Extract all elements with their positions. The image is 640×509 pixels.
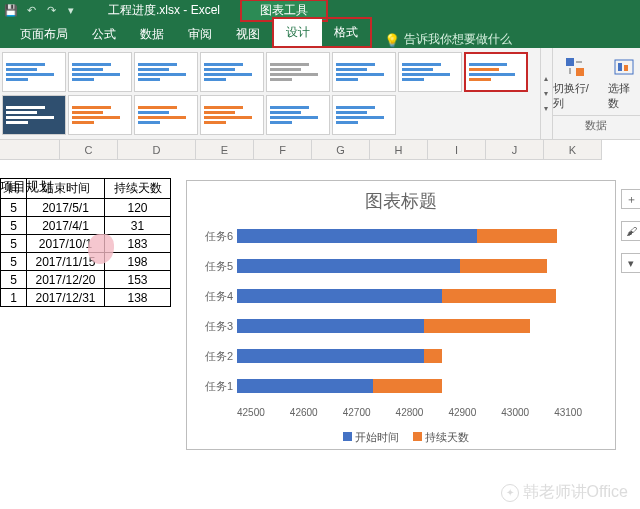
- chart-style-thumb[interactable]: [200, 95, 264, 135]
- col-header[interactable]: J: [486, 140, 544, 160]
- svg-rect-1: [576, 68, 584, 76]
- chart-category-label: 任务2: [187, 349, 233, 364]
- chart-x-axis: 42500426004270042800429004300043100: [237, 407, 582, 418]
- chart-bar-segment-duration[interactable]: [373, 379, 442, 393]
- col-header[interactable]: G: [312, 140, 370, 160]
- chart-bar-segment-duration[interactable]: [424, 349, 442, 363]
- redo-icon[interactable]: ↷: [44, 3, 58, 17]
- lightbulb-icon: 💡: [384, 33, 400, 48]
- plan-title-cell[interactable]: 项目规划: [0, 178, 72, 196]
- chart-bar-segment-start[interactable]: [237, 259, 460, 273]
- tab-review[interactable]: 审阅: [176, 21, 224, 48]
- svg-rect-3: [618, 63, 622, 71]
- chart-style-thumb-selected[interactable]: [464, 52, 528, 92]
- tab-design[interactable]: 设计: [274, 19, 322, 46]
- chart-bar-segment-duration[interactable]: [477, 229, 556, 243]
- col-header[interactable]: I: [428, 140, 486, 160]
- tell-me-field[interactable]: 告诉我你想要做什么: [404, 31, 512, 48]
- table-row: 52017/10/1183: [1, 235, 171, 253]
- switch-row-col-button[interactable]: 切换行/列: [553, 55, 598, 111]
- chart-style-thumb[interactable]: [2, 95, 66, 135]
- tab-data[interactable]: 数据: [128, 21, 176, 48]
- window-title: 工程进度.xlsx - Excel: [108, 2, 220, 19]
- chart-style-thumb[interactable]: [332, 52, 396, 92]
- col-header[interactable]: F: [254, 140, 312, 160]
- column-headers[interactable]: C D E F G H I J K: [0, 140, 640, 160]
- qat-more-icon[interactable]: ▾: [64, 3, 78, 17]
- col-header[interactable]: H: [370, 140, 428, 160]
- svg-rect-4: [624, 65, 628, 71]
- tab-view[interactable]: 视图: [224, 21, 272, 48]
- select-data-label: 选择数: [608, 81, 640, 111]
- chart-category-label: 任务4: [187, 289, 233, 304]
- embedded-chart[interactable]: 图表标题 42500426004270042800429004300043100…: [186, 180, 616, 450]
- chart-bar-segment-duration[interactable]: [424, 319, 529, 333]
- ribbon-group-label: 数据: [553, 115, 640, 133]
- chart-category-label: 任务3: [187, 319, 233, 334]
- chart-plot-area[interactable]: [237, 223, 582, 403]
- chart-style-thumb[interactable]: [266, 52, 330, 92]
- chart-side-buttons: ＋ 🖌 ▾: [621, 189, 640, 273]
- chart-styles-button[interactable]: 🖌: [621, 221, 640, 241]
- chart-style-thumb[interactable]: [332, 95, 396, 135]
- table-row: 52017/11/15198: [1, 253, 171, 271]
- svg-rect-0: [566, 58, 574, 66]
- quick-access-toolbar: 💾 ↶ ↷ ▾: [4, 3, 78, 17]
- chart-styles-gallery: [0, 48, 540, 139]
- contextual-tabs-highlight: 设计 格式: [272, 17, 372, 48]
- chart-bar-segment-start[interactable]: [237, 319, 424, 333]
- table-row: 52017/5/1120: [1, 199, 171, 217]
- chart-legend[interactable]: 开始时间 持续天数: [187, 430, 615, 445]
- chart-style-thumb[interactable]: [200, 52, 264, 92]
- legend-swatch-icon: [413, 432, 422, 441]
- chart-style-thumb[interactable]: [398, 52, 462, 92]
- chart-bar-segment-duration[interactable]: [460, 259, 548, 273]
- chart-category-label: 任务6: [187, 229, 233, 244]
- chart-style-thumb[interactable]: [68, 95, 132, 135]
- table-row: 52017/4/131: [1, 217, 171, 235]
- table-header-days[interactable]: 持续天数: [105, 179, 171, 199]
- gallery-more-handle[interactable]: ▴▾▾: [540, 48, 552, 139]
- legend-swatch-icon: [343, 432, 352, 441]
- ribbon-tabs: 页面布局 公式 数据 审阅 视图 设计 格式 💡 告诉我你想要做什么: [0, 20, 640, 48]
- chart-bar-segment-start[interactable]: [237, 289, 442, 303]
- switch-label: 切换行/列: [553, 81, 598, 111]
- chart-bar-segment-start[interactable]: [237, 379, 373, 393]
- chart-bar-segment-start[interactable]: [237, 349, 424, 363]
- col-header[interactable]: E: [196, 140, 254, 160]
- tab-page-layout[interactable]: 页面布局: [8, 21, 80, 48]
- chart-elements-button[interactable]: ＋: [621, 189, 640, 209]
- chart-style-thumb[interactable]: [266, 95, 330, 135]
- project-table[interactable]: 间 结束时间 持续天数 52017/5/1120 52017/4/131 520…: [0, 178, 171, 307]
- wechat-icon: ✦: [501, 484, 519, 502]
- col-header[interactable]: K: [544, 140, 602, 160]
- chart-style-thumb[interactable]: [2, 52, 66, 92]
- select-data-button[interactable]: 选择数: [608, 55, 640, 111]
- tab-formulas[interactable]: 公式: [80, 21, 128, 48]
- table-row: 12017/12/31138: [1, 289, 171, 307]
- col-header[interactable]: C: [60, 140, 118, 160]
- chart-filters-button[interactable]: ▾: [621, 253, 640, 273]
- col-header[interactable]: D: [118, 140, 196, 160]
- select-data-icon: [612, 55, 636, 79]
- chart-style-thumb[interactable]: [134, 52, 198, 92]
- chart-style-thumb[interactable]: [68, 52, 132, 92]
- tab-format[interactable]: 格式: [322, 19, 370, 46]
- chart-title[interactable]: 图表标题: [187, 189, 615, 213]
- undo-icon[interactable]: ↶: [24, 3, 38, 17]
- ribbon-body: ▴▾▾ 切换行/列 选择数 数据: [0, 48, 640, 140]
- chart-bar-segment-start[interactable]: [237, 229, 477, 243]
- table-row: 52017/12/20153: [1, 271, 171, 289]
- switch-icon: [563, 55, 587, 79]
- ribbon-group-data: 切换行/列 选择数 数据: [552, 48, 640, 139]
- chart-category-label: 任务5: [187, 259, 233, 274]
- save-icon[interactable]: 💾: [4, 3, 18, 17]
- chart-category-label: 任务1: [187, 379, 233, 394]
- chart-bar-segment-duration[interactable]: [442, 289, 556, 303]
- watermark: ✦ 韩老师讲Office: [501, 482, 629, 503]
- chart-style-thumb[interactable]: [134, 95, 198, 135]
